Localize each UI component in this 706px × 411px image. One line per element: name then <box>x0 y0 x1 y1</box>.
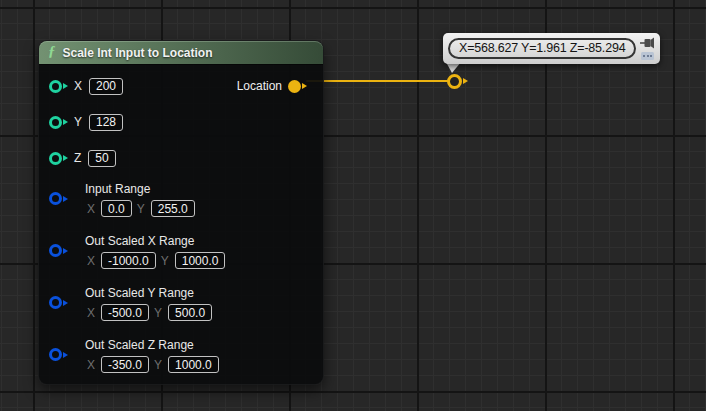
node-title: Scale Int Input to Location <box>63 46 213 60</box>
axis-label-y: Y <box>154 358 162 372</box>
axis-label-y: Y <box>161 254 169 268</box>
axis-label-x: X <box>87 358 95 372</box>
value-tooltip: X=568.627 Y=1.961 Z=-85.294 <box>443 33 660 64</box>
pin-label-y: Y <box>74 115 82 129</box>
value-field-x[interactable]: 200 <box>89 78 123 95</box>
out-scaled-z-range-fields: X -350.0 Y 1000.0 <box>85 356 307 373</box>
connection-wire[interactable] <box>306 80 452 82</box>
node-header[interactable]: ƒ Scale Int Input to Location <box>39 41 323 64</box>
value-field-input-range-y[interactable]: 255.0 <box>151 200 195 217</box>
function-icon: ƒ <box>48 44 56 59</box>
pin-row-out-scaled-x-range: Out Scaled X Range X -1000.0 Y 1000.0 <box>49 233 307 269</box>
value-field-z[interactable]: 50 <box>88 150 115 167</box>
value-field-input-range-x[interactable]: 0.0 <box>101 200 132 217</box>
value-field-out-x-min[interactable]: -1000.0 <box>101 252 156 269</box>
pin-label-input-range: Input Range <box>85 181 307 198</box>
pin-row-z: Z 50 <box>49 140 307 176</box>
node-body: X 200 Location Y 128 Z 50 <box>39 64 323 373</box>
blueprint-node-scale-int-input-to-location[interactable]: ƒ Scale Int Input to Location X 200 Loca… <box>38 40 324 385</box>
pin-label-out-scaled-z-range: Out Scaled Z Range <box>85 337 307 354</box>
value-tooltip-text: X=568.627 Y=1.961 Z=-85.294 <box>448 38 636 59</box>
pin-row-x: X 200 Location <box>49 68 307 104</box>
pin-label-out-scaled-x-range: Out Scaled X Range <box>85 233 307 250</box>
input-pin-z[interactable] <box>49 152 68 165</box>
output-pin-group: Location <box>237 79 307 93</box>
value-field-y[interactable]: 128 <box>89 114 123 131</box>
pin-icon[interactable] <box>640 37 655 49</box>
pin-label-out-scaled-y-range: Out Scaled Y Range <box>85 285 307 302</box>
input-pin-out-scaled-x-range[interactable] <box>49 244 68 257</box>
out-scaled-y-range-fields: X -500.0 Y 500.0 <box>85 304 307 321</box>
output-pin-label: Location <box>237 79 282 93</box>
input-range-fields: X 0.0 Y 255.0 <box>85 200 307 217</box>
value-field-out-y-max[interactable]: 500.0 <box>168 304 212 321</box>
axis-label-x: X <box>87 306 95 320</box>
value-field-out-y-min[interactable]: -500.0 <box>101 304 149 321</box>
value-field-out-z-max[interactable]: 1000.0 <box>168 356 219 373</box>
axis-label-y: Y <box>137 202 145 216</box>
axis-label-y: Y <box>154 306 162 320</box>
input-pin-y[interactable] <box>49 116 68 129</box>
pin-row-out-scaled-z-range: Out Scaled Z Range X -350.0 Y 1000.0 <box>49 337 307 373</box>
tooltip-icons <box>640 37 655 60</box>
axis-label-x: X <box>87 202 95 216</box>
input-pin-x[interactable] <box>49 80 68 93</box>
input-pin-input-range[interactable] <box>49 192 68 205</box>
axis-label-x: X <box>87 254 95 268</box>
pin-label-x: X <box>74 79 82 93</box>
out-scaled-x-range-fields: X -1000.0 Y 1000.0 <box>85 252 307 269</box>
wire-endpoint-arrow-icon <box>463 78 468 84</box>
wire-endpoint[interactable] <box>447 74 462 89</box>
input-pin-out-scaled-z-range[interactable] <box>49 348 68 361</box>
pin-row-out-scaled-y-range: Out Scaled Y Range X -500.0 Y 500.0 <box>49 285 307 321</box>
pin-label-z: Z <box>74 151 81 165</box>
pin-row-input-range: Input Range X 0.0 Y 255.0 <box>49 181 307 217</box>
watch-icon[interactable] <box>641 52 654 60</box>
value-field-out-x-max[interactable]: 1000.0 <box>175 252 226 269</box>
input-pin-out-scaled-y-range[interactable] <box>49 296 68 309</box>
output-pin-location[interactable] <box>288 80 307 93</box>
graph-canvas[interactable]: X=568.627 Y=1.961 Z=-85.294 ƒ Scale Int … <box>0 0 706 411</box>
pin-row-y: Y 128 <box>49 104 307 140</box>
value-field-out-z-min[interactable]: -350.0 <box>101 356 149 373</box>
